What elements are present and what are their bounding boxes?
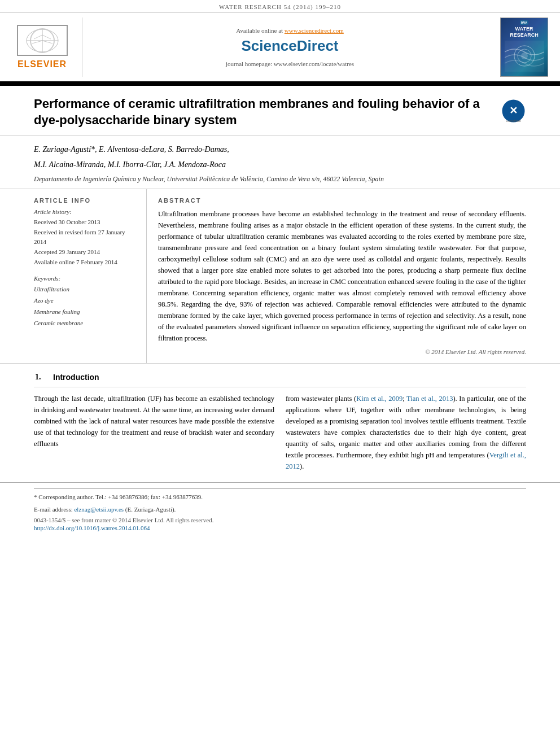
article-title-section: Performance of ceramic ultrafiltration m… bbox=[0, 86, 560, 136]
keywords-label: Keywords: bbox=[34, 275, 135, 282]
available-date: Available online 7 February 2014 bbox=[34, 257, 135, 268]
elsevier-logo-image bbox=[17, 25, 68, 56]
keywords-section: Keywords: Ultrafiltration Azo dye Membra… bbox=[34, 275, 135, 329]
svg-line-5 bbox=[32, 41, 42, 43]
elsevier-logo: ELSEVIER bbox=[9, 18, 82, 77]
article-title: Performance of ceramic ultrafiltration m… bbox=[34, 96, 492, 128]
sciencedirect-logo-text: ScienceDirect bbox=[242, 37, 339, 55]
cover-image: IWA WATERRESEARCH bbox=[500, 18, 548, 77]
iwa-badge: IWA bbox=[520, 20, 528, 25]
svg-text:✕: ✕ bbox=[509, 105, 518, 116]
sciencedirect-url[interactable]: www.sciencedirect.com bbox=[285, 27, 344, 34]
issn-line: 0043-1354/$ – see front matter © 2014 El… bbox=[34, 517, 526, 523]
keyword-azo-dye: Azo dye bbox=[34, 295, 135, 307]
affiliation: Departamento de Ingeniería Química y Nuc… bbox=[34, 174, 526, 184]
copyright-line: © 2014 Elsevier Ltd. All rights reserved… bbox=[158, 348, 526, 355]
intro-body-col1: Through the last decade, ultrafiltration… bbox=[34, 393, 274, 477]
intro-title: Introduction bbox=[53, 373, 99, 382]
available-online-text: Available online at www.sciencedirect.co… bbox=[236, 27, 344, 34]
email-link[interactable]: elznag@etsii.upv.es bbox=[74, 506, 124, 513]
revised-date: Received in revised form 27 January 2014 bbox=[34, 228, 135, 247]
authors-line2: M.I. Alcaina-Miranda, M.I. Iborra-Clar, … bbox=[34, 159, 526, 171]
article-info-label: ARTICLE INFO bbox=[34, 197, 135, 204]
ref-kim[interactable]: Kim et al., 2009 bbox=[356, 395, 403, 403]
ref-vergili[interactable]: Vergili et al., 2012 bbox=[286, 451, 526, 470]
intro-heading: 1. Introduction bbox=[34, 364, 526, 387]
svg-line-6 bbox=[42, 41, 53, 43]
received-date: Received 30 October 2013 bbox=[34, 217, 135, 228]
article-title-container: Performance of ceramic ultrafiltration m… bbox=[34, 96, 492, 128]
footnote-corresponding: * Corresponding author. Tel.: +34 963876… bbox=[34, 492, 526, 503]
doi-link[interactable]: http://dx.doi.org/10.1016/j.watres.2014.… bbox=[34, 525, 150, 531]
page-footer: * Corresponding author. Tel.: +34 963876… bbox=[0, 482, 560, 537]
footnote-email: E-mail address: elznag@etsii.upv.es (E. … bbox=[34, 505, 526, 515]
cover-logos: IWA bbox=[520, 20, 528, 25]
intro-body: Through the last decade, ultrafiltration… bbox=[34, 393, 526, 477]
intro-number: 1. bbox=[35, 373, 41, 381]
ref-tian[interactable]: Tian et al., 2013 bbox=[406, 395, 453, 403]
svg-point-0 bbox=[27, 29, 58, 52]
abstract-label: ABSTRACT bbox=[158, 197, 526, 204]
authors-line1: E. Zuriaga-Agustí*, E. Alventosa-deLara,… bbox=[34, 143, 526, 155]
doi-line: http://dx.doi.org/10.1016/j.watres.2014.… bbox=[34, 523, 526, 532]
keyword-membrane-fouling: Membrane fouling bbox=[34, 307, 135, 318]
intro-paragraph2: from wastewater plants (Kim et al., 2009… bbox=[286, 393, 526, 472]
intro-paragraph1: Through the last decade, ultrafiltration… bbox=[34, 393, 274, 449]
article-info-abstract: ARTICLE INFO Article history: Received 3… bbox=[0, 189, 560, 364]
history-label: Article history: bbox=[34, 208, 135, 215]
elsevier-wordmark: ELSEVIER bbox=[18, 59, 67, 69]
authors-section: E. Zuriaga-Agustí*, E. Alventosa-deLara,… bbox=[0, 136, 560, 189]
intro-body-col2: from wastewater plants (Kim et al., 2009… bbox=[286, 393, 526, 477]
svg-text:CrossMark: CrossMark bbox=[506, 119, 521, 123]
article-info-column: ARTICLE INFO Article history: Received 3… bbox=[34, 189, 147, 363]
sciencedirect-branding: Available online at www.sciencedirect.co… bbox=[82, 18, 497, 77]
abstract-text: Ultrafiltration membrane processes have … bbox=[158, 208, 526, 344]
svg-line-4 bbox=[42, 35, 51, 39]
journal-cover: IWA WATERRESEARCH bbox=[497, 18, 551, 77]
cover-title: WATERRESEARCH bbox=[510, 26, 539, 38]
accepted-date: Accepted 29 January 2014 bbox=[34, 247, 135, 257]
introduction-section: 1. Introduction Through the last decade,… bbox=[0, 364, 560, 477]
keyword-ceramic-membrane: Ceramic membrane bbox=[34, 318, 135, 329]
crossmark-logo[interactable]: ✕ CrossMark bbox=[501, 98, 526, 124]
svg-line-3 bbox=[34, 35, 42, 39]
journal-citation: WATER RESEARCH 54 (2014) 199–210 bbox=[219, 3, 341, 10]
page-header: ELSEVIER Available online at www.science… bbox=[0, 13, 560, 82]
journal-homepage: journal homepage: www.elsevier.com/locat… bbox=[226, 60, 354, 67]
journal-header: WATER RESEARCH 54 (2014) 199–210 bbox=[0, 0, 560, 13]
abstract-column: ABSTRACT Ultrafiltration membrane proces… bbox=[147, 189, 526, 363]
keyword-ultrafiltration: Ultrafiltration bbox=[34, 284, 135, 295]
article-history: Article history: Received 30 October 201… bbox=[34, 208, 135, 267]
svg-point-10 bbox=[521, 53, 528, 59]
